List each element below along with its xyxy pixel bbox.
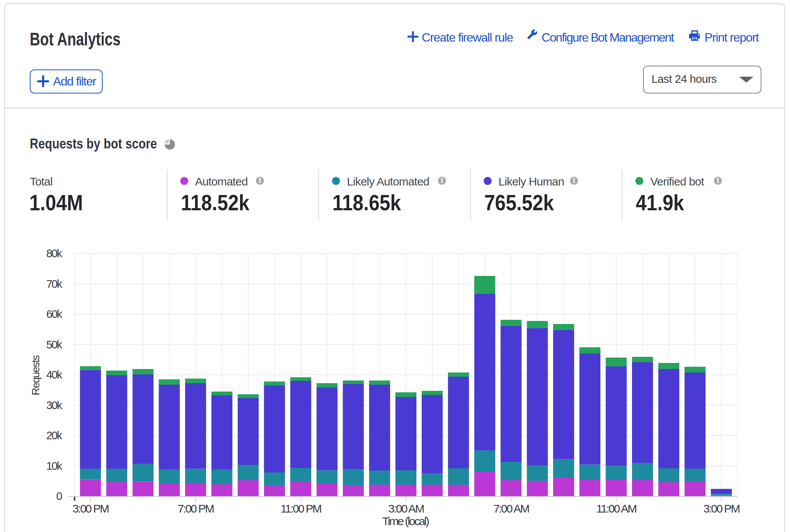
svg-text:7:00 PM: 7:00 PM bbox=[177, 502, 214, 515]
svg-text:Time (local): Time (local) bbox=[382, 515, 429, 527]
svg-text:20k: 20k bbox=[46, 429, 63, 442]
svg-text:3:00 AM: 3:00 AM bbox=[388, 502, 424, 515]
svg-text:50k: 50k bbox=[46, 339, 63, 351]
svg-text:3:00 PM: 3:00 PM bbox=[703, 502, 740, 515]
svg-text:3:00 PM: 3:00 PM bbox=[73, 502, 109, 515]
svg-text:7:00 AM: 7:00 AM bbox=[493, 502, 529, 515]
svg-text:80k: 80k bbox=[46, 247, 63, 260]
svg-text:11:00 PM: 11:00 PM bbox=[281, 502, 321, 515]
svg-text:0: 0 bbox=[56, 490, 62, 502]
svg-text:60k: 60k bbox=[46, 308, 63, 320]
svg-text:10k: 10k bbox=[46, 460, 63, 472]
svg-text:30k: 30k bbox=[46, 399, 63, 411]
svg-text:70k: 70k bbox=[46, 278, 63, 290]
svg-text:11:00 AM: 11:00 AM bbox=[596, 502, 636, 515]
svg-text:Requests: Requests bbox=[30, 355, 42, 395]
svg-text:40k: 40k bbox=[46, 369, 63, 381]
